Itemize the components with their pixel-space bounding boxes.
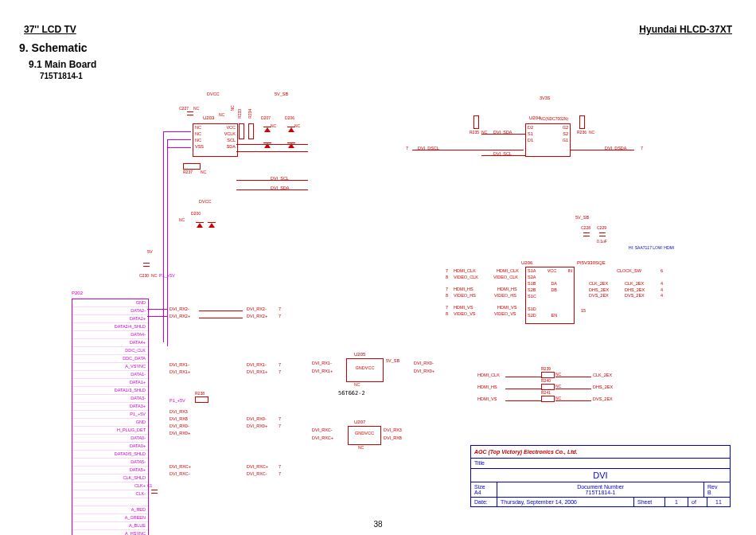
hdmi-vs-lbl: HDMI_VS bbox=[454, 305, 473, 310]
video-vs-lbl: VIDEO_VS bbox=[454, 311, 476, 316]
r238 bbox=[195, 396, 208, 403]
u205-ref: U205 bbox=[354, 352, 365, 357]
p202-pin-23: CLK_SHLD bbox=[72, 474, 148, 482]
d207-label: D207 bbox=[261, 115, 271, 120]
r235-label: R235 bbox=[470, 130, 479, 135]
video-hs-lbl2: VIDEO_HS bbox=[494, 293, 516, 298]
r241-label: R241 bbox=[541, 390, 551, 395]
u206-l7: S2D bbox=[528, 312, 536, 318]
c230 bbox=[143, 263, 150, 271]
video-vs-lbl2: VIDEO_VS bbox=[494, 311, 516, 316]
dvi-rx0-7b: 7 bbox=[279, 424, 281, 428]
wire-scl-u204 bbox=[481, 155, 525, 156]
u207-rx3: DVI_RX3 bbox=[384, 428, 402, 432]
size-val: A4 bbox=[474, 490, 493, 495]
dhs-2ex-4: 4 bbox=[661, 287, 663, 292]
dvi-rxcp-a: DVI_RXC+ bbox=[170, 464, 191, 469]
u206-c2: DA bbox=[551, 280, 557, 287]
hdmi-vs-lbl2: HDMI_VS bbox=[497, 305, 516, 310]
wrx2b bbox=[199, 318, 243, 318]
u205-rx1p: DVI_RX1+ bbox=[312, 369, 333, 373]
dvi-rx3-a: DVI_RX3 bbox=[170, 409, 188, 414]
video-clk-lbl2: VIDEO_CLK bbox=[493, 275, 518, 279]
r237-nc: NC bbox=[201, 170, 206, 174]
p202-pin-16: GND bbox=[72, 419, 148, 427]
bus2 bbox=[167, 139, 168, 346]
dvi-rx0-7a: 7 bbox=[279, 416, 281, 421]
w2 bbox=[147, 316, 167, 317]
bus1h bbox=[163, 131, 191, 132]
w1 bbox=[147, 309, 167, 310]
p202-pin-1: GND bbox=[72, 299, 148, 307]
wr240b bbox=[555, 389, 591, 389]
c229-label: C229 bbox=[597, 225, 606, 230]
dhs-2ex-r: DHS_2EX bbox=[589, 287, 609, 292]
u207-rxcm: DVI_RXC- bbox=[312, 428, 333, 432]
of-label: of bbox=[688, 498, 707, 506]
u207-ref: U207 bbox=[354, 420, 365, 424]
p202-pin-18: DATA0- bbox=[72, 435, 148, 443]
section-title: 9. Schematic bbox=[19, 41, 88, 54]
wscl bbox=[236, 144, 308, 145]
r238-label: R238 bbox=[195, 391, 205, 396]
u203-p3: NC bbox=[195, 137, 201, 143]
wrx2a bbox=[199, 310, 243, 311]
c229-val: 0.1uF bbox=[597, 239, 607, 244]
u206-c0: VCC bbox=[548, 268, 557, 274]
size-label: Size bbox=[474, 484, 493, 490]
wr239b bbox=[555, 377, 591, 377]
dvs-2ex-r2: DVS_2EX bbox=[625, 293, 645, 298]
p202-pin-25: CLK- bbox=[72, 490, 148, 498]
p202-pin-22: DATA5+ bbox=[72, 467, 148, 474]
company-name: AOC (Top Victory) Electronics Co., Ltd. bbox=[471, 446, 581, 458]
r234 bbox=[248, 123, 254, 139]
wscl2 bbox=[236, 180, 308, 181]
r237 bbox=[183, 163, 201, 170]
sheet-label: Sheet bbox=[634, 498, 665, 506]
wire-sda-u204 bbox=[481, 134, 525, 135]
wsda bbox=[236, 151, 308, 152]
dvi-rx0p-b: DVI_RX0+ bbox=[247, 424, 267, 428]
header-left: 37'' LCD TV bbox=[24, 24, 76, 35]
wr240a bbox=[505, 389, 541, 389]
title-label: Title bbox=[471, 459, 493, 468]
dvs-2ex-br: DVS_2EX bbox=[593, 396, 613, 401]
wr239a bbox=[505, 377, 541, 377]
p202-pin-30: A_HSYNC bbox=[72, 530, 148, 535]
p202-pin-13: DATA3- bbox=[72, 395, 148, 403]
r234-label: R234 bbox=[247, 109, 252, 119]
p202-pin-5: DATA4- bbox=[72, 331, 148, 339]
u205-nc: NC bbox=[354, 382, 360, 387]
hdmi-hs-lbl: HDMI_HS bbox=[454, 287, 473, 291]
dvi-rx2-7a: 7 bbox=[279, 307, 281, 311]
u205-5vsb: 5V_SB bbox=[386, 358, 399, 363]
u207-nc: NC bbox=[358, 445, 364, 450]
p202-ref: P202 bbox=[72, 291, 83, 295]
c227-nc: NC bbox=[193, 106, 199, 111]
c228 bbox=[583, 232, 590, 240]
5v-label: 5V bbox=[147, 249, 153, 254]
p202-pin-19: DATA0+ bbox=[72, 443, 148, 451]
hdmi-vs-br: HDMI_VS bbox=[477, 396, 497, 401]
hdmi-hs-lbl2: HDMI_HS bbox=[497, 287, 517, 291]
bus2h bbox=[167, 139, 191, 140]
u203-p6: VCLK bbox=[224, 131, 236, 137]
p202-pin-20: DATA0/5_SHLD bbox=[72, 451, 148, 459]
u204-part: NC(NDC7002N) bbox=[540, 116, 568, 121]
ic-u203: NCVCC NCVCLK NCSCL VSSSDA bbox=[193, 123, 238, 157]
hdmi-clk-lbl: HDMI_CLK bbox=[454, 268, 476, 273]
clock-sw-6: 6 bbox=[661, 268, 663, 273]
dvcc-label: DVCC bbox=[207, 92, 220, 96]
d206-label: D206 bbox=[285, 115, 294, 120]
u205-rx0p: DVI_RX0+ bbox=[414, 369, 435, 373]
hdmi-hs-br: HDMI_HS bbox=[477, 385, 497, 389]
c228-label: C228 bbox=[581, 225, 590, 230]
r235 bbox=[473, 115, 479, 129]
dvi-title: DVI bbox=[471, 469, 730, 482]
u203-p2: NC bbox=[195, 131, 201, 137]
c1 bbox=[151, 490, 158, 498]
dvi-dsda-pin7: 7 bbox=[641, 146, 643, 150]
c227-label: C227 bbox=[179, 106, 189, 111]
u206-l6: S1D bbox=[528, 306, 536, 312]
u206-l2: S1B bbox=[528, 280, 536, 287]
